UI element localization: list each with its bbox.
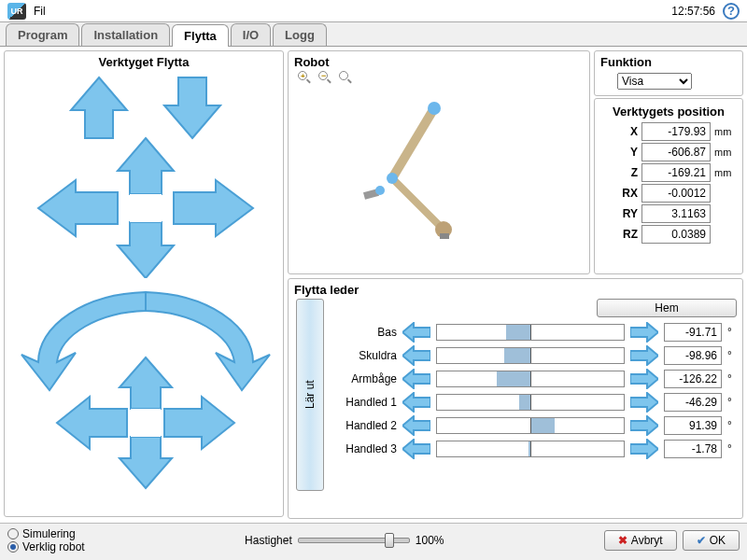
jog-plus-icon[interactable] bbox=[630, 392, 658, 413]
joint-label: Armbåge bbox=[330, 372, 397, 385]
joint-value[interactable]: -91.71 bbox=[664, 323, 722, 342]
jog-plus-icon[interactable] bbox=[630, 439, 658, 459]
joint-bar bbox=[436, 394, 625, 411]
tcp-x-value[interactable]: -179.93 bbox=[641, 122, 711, 141]
joint-value[interactable]: -98.96 bbox=[664, 346, 722, 365]
arrow-rz-cw-icon[interactable] bbox=[146, 292, 270, 390]
tcp-title: Verktygets position bbox=[600, 105, 737, 119]
check-icon: ✔ bbox=[697, 534, 706, 547]
zoom-reset-icon[interactable] bbox=[339, 71, 354, 86]
main-content: Verktyget Flytta bbox=[0, 47, 747, 523]
menu-file[interactable]: Fil bbox=[34, 5, 46, 18]
svg-rect-1 bbox=[131, 409, 161, 437]
speed-slider[interactable] bbox=[298, 538, 410, 543]
svg-marker-17 bbox=[630, 393, 658, 412]
arrow-rx-minus-icon[interactable] bbox=[57, 397, 127, 449]
svg-marker-19 bbox=[630, 416, 658, 435]
feature-panel: Funktion Visa bbox=[594, 50, 743, 96]
logo-icon: UR bbox=[7, 3, 26, 20]
joint-row-base: Bas -91.71° bbox=[330, 322, 737, 343]
joint-row-w3: Handled 3 -1.78° bbox=[330, 439, 737, 459]
title-bar: UR Fil 12:57:56 ? bbox=[0, 0, 747, 22]
tcp-rx-label: RX bbox=[613, 187, 638, 200]
joint-value[interactable]: -1.78 bbox=[664, 440, 722, 458]
tcp-rz-value[interactable]: 0.0389 bbox=[641, 225, 711, 244]
joint-label: Handled 2 bbox=[330, 419, 397, 432]
arrow-ry-plus-icon[interactable] bbox=[120, 357, 172, 409]
svg-line-2 bbox=[392, 108, 434, 178]
arrow-rx-plus-icon[interactable] bbox=[164, 397, 234, 449]
arrow-ry-minus-icon[interactable] bbox=[120, 437, 172, 488]
tcp-panel: Verktygets position X-179.93mm Y-606.87m… bbox=[594, 98, 743, 274]
feature-title: Funktion bbox=[600, 55, 737, 69]
joint-row-shoulder: Skuldra -98.96° bbox=[330, 345, 737, 366]
svg-marker-15 bbox=[630, 370, 658, 388]
ok-button[interactable]: ✔OK bbox=[683, 530, 740, 551]
joint-row-elbow: Armbåge -126.22° bbox=[330, 369, 737, 389]
arrow-rz-ccw-icon[interactable] bbox=[21, 292, 146, 390]
arrow-z-down-icon[interactable] bbox=[164, 77, 220, 138]
radio-real-robot[interactable]: Verklig robot bbox=[7, 540, 85, 553]
svg-marker-12 bbox=[402, 346, 430, 365]
home-button[interactable]: Hem bbox=[597, 299, 737, 317]
feature-select[interactable]: Visa bbox=[617, 73, 692, 90]
svg-marker-20 bbox=[402, 440, 430, 458]
arrow-y-minus-icon[interactable] bbox=[118, 138, 174, 194]
tab-program[interactable]: Program bbox=[6, 23, 79, 46]
svg-marker-14 bbox=[402, 370, 430, 388]
tab-installation[interactable]: Installation bbox=[81, 23, 170, 46]
jog-minus-icon[interactable] bbox=[402, 439, 430, 459]
tcp-z-value[interactable]: -169.21 bbox=[641, 163, 711, 182]
zoom-in-icon[interactable]: + bbox=[298, 71, 313, 86]
arrow-x-plus-icon[interactable] bbox=[174, 180, 253, 236]
svg-marker-16 bbox=[402, 393, 430, 412]
cancel-button[interactable]: ✖Avbryt bbox=[604, 530, 677, 551]
tcp-ry-value[interactable]: 3.1163 bbox=[641, 204, 711, 223]
svg-line-3 bbox=[392, 178, 444, 230]
svg-rect-9 bbox=[440, 233, 449, 239]
slider-handle-icon[interactable] bbox=[385, 533, 394, 548]
zoom-out-icon[interactable]: − bbox=[318, 71, 333, 86]
svg-rect-0 bbox=[130, 194, 162, 222]
joint-bar bbox=[436, 347, 625, 364]
jog-minus-icon[interactable] bbox=[402, 322, 430, 343]
tcp-x-label: X bbox=[613, 125, 638, 138]
jog-minus-icon[interactable] bbox=[402, 392, 430, 413]
radio-simulation[interactable]: Simulering bbox=[7, 527, 85, 540]
jog-plus-icon[interactable] bbox=[630, 369, 658, 389]
jog-plus-icon[interactable] bbox=[630, 345, 658, 366]
tcp-y-value[interactable]: -606.87 bbox=[641, 143, 711, 161]
joint-value[interactable]: 91.39 bbox=[664, 416, 722, 435]
speed-value: 100% bbox=[416, 534, 444, 547]
arrow-y-plus-icon[interactable] bbox=[118, 222, 174, 278]
jog-minus-icon[interactable] bbox=[402, 345, 430, 366]
jog-plus-icon[interactable] bbox=[630, 415, 658, 436]
svg-marker-18 bbox=[402, 416, 430, 435]
svg-point-6 bbox=[387, 173, 398, 184]
svg-marker-11 bbox=[630, 323, 658, 342]
joint-label: Handled 1 bbox=[330, 396, 397, 409]
robot-3d-view[interactable] bbox=[294, 90, 584, 248]
jog-minus-icon[interactable] bbox=[402, 415, 430, 436]
svg-point-7 bbox=[375, 186, 385, 195]
tcp-rx-value[interactable]: -0.0012 bbox=[641, 184, 711, 203]
arrow-z-up-icon[interactable] bbox=[71, 77, 127, 138]
freedrive-button[interactable]: Lär ut bbox=[296, 299, 324, 491]
joint-bar bbox=[436, 417, 625, 434]
jog-plus-icon[interactable] bbox=[630, 322, 658, 343]
svg-point-5 bbox=[428, 102, 441, 115]
joint-value[interactable]: -126.22 bbox=[664, 370, 722, 388]
jog-minus-icon[interactable] bbox=[402, 369, 430, 389]
arrow-x-minus-icon[interactable] bbox=[38, 180, 118, 236]
joint-row-w2: Handled 2 91.39° bbox=[330, 415, 737, 436]
joints-panel: Flytta leder Lär ut Hem Bas -91.71° Skul… bbox=[288, 278, 743, 519]
tab-move[interactable]: Flytta bbox=[172, 24, 229, 47]
joint-bar bbox=[436, 441, 625, 457]
joint-bar bbox=[436, 371, 625, 387]
robot-view-title: Robot bbox=[294, 55, 584, 69]
help-icon[interactable]: ? bbox=[723, 3, 740, 20]
tab-log[interactable]: Logg bbox=[273, 23, 327, 46]
tab-io[interactable]: I/O bbox=[231, 23, 271, 46]
speed-label: Hastighet bbox=[245, 534, 292, 547]
joint-value[interactable]: -46.29 bbox=[664, 393, 722, 412]
